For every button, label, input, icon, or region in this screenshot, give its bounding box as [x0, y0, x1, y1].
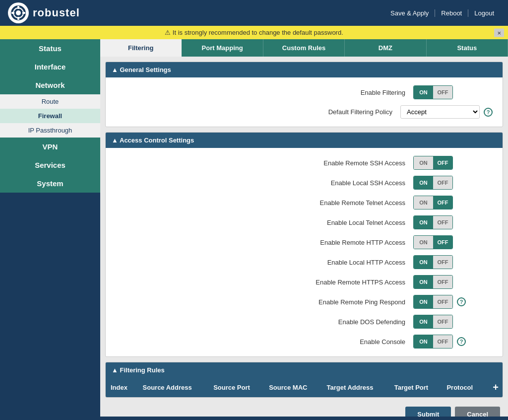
filtering-rules-table: Index Source Address Source Port Source … [106, 378, 503, 397]
remote-telnet-toggle[interactable]: ON OFF [413, 196, 453, 210]
local-ssh-row: Enable Local SSH Access ON OFF [106, 173, 503, 193]
enable-console-toggle[interactable]: ON OFF [413, 335, 453, 349]
sidebar: Status Interface Network Route Firewall … [0, 39, 100, 417]
default-policy-label: Default Filtering Policy [328, 108, 392, 116]
col-target-address: Target Address [322, 378, 389, 397]
sidebar-item-route[interactable]: Route [0, 94, 100, 109]
submit-button[interactable]: Submit [405, 407, 451, 417]
warning-text: ⚠ It is strongly recommended to change t… [165, 29, 343, 36]
tab-filtering[interactable]: Filtering [100, 39, 182, 57]
sidebar-item-services[interactable]: Services [0, 156, 100, 174]
filtering-rules-section: ▲ Filtering Rules Index Source Address S… [105, 362, 503, 398]
toggle-on: ON [414, 335, 433, 348]
col-protocol: Protocol [442, 378, 485, 397]
remote-https-toggle[interactable]: ON OFF [413, 275, 453, 289]
sidebar-item-network[interactable]: Network [0, 76, 100, 94]
local-ssh-control: ON OFF [413, 176, 493, 190]
sidebar-item-system[interactable]: System [0, 174, 100, 193]
col-source-mac: Source MAC [264, 378, 321, 397]
remote-http-row: Enable Remote HTTP Access ON OFF [106, 232, 503, 252]
logo-icon [8, 2, 29, 23]
col-add: + [485, 378, 503, 397]
toggle-off: OFF [433, 335, 452, 348]
tab-dmz[interactable]: DMZ [345, 39, 426, 57]
warning-banner: ⚠ It is strongly recommended to change t… [0, 26, 508, 39]
sidebar-item-status[interactable]: Status [0, 39, 100, 58]
local-telnet-toggle[interactable]: ON OFF [413, 215, 453, 229]
toggle-off: OFF [433, 216, 452, 229]
toggle-off: OFF [433, 256, 452, 269]
bottom-bar: Submit Cancel [100, 403, 508, 417]
enable-console-row: Enable Console ON OFF ? [106, 332, 503, 351]
sidebar-item-firewall[interactable]: Firewall [0, 109, 100, 123]
remote-ping-help-icon[interactable]: ? [457, 297, 466, 306]
remote-http-toggle[interactable]: ON OFF [413, 235, 453, 249]
general-settings-header: ▲ General Settings [106, 62, 503, 77]
remote-https-row: Enable Remote HTTPS Access ON OFF [106, 272, 503, 292]
warning-close[interactable]: × [494, 28, 504, 37]
toggle-on: ON [414, 315, 433, 328]
remote-ssh-toggle[interactable]: ON OFF [413, 156, 453, 170]
reboot-link[interactable]: Reboot [435, 9, 468, 17]
svg-rect-4 [22, 12, 25, 14]
save-apply-link[interactable]: Save & Apply [384, 9, 435, 17]
cancel-button[interactable]: Cancel [455, 407, 500, 417]
tab-port-mapping[interactable]: Port Mapping [182, 39, 263, 57]
dos-defending-toggle[interactable]: ON OFF [413, 315, 453, 329]
svg-rect-5 [17, 17, 19, 20]
logo-text: robustel [33, 6, 80, 19]
toggle-on: ON [414, 236, 433, 249]
toggle-off: OFF [433, 295, 452, 308]
local-ssh-label: Enable Local SSH Access [331, 179, 405, 187]
header: robustel Save & Apply Reboot Logout [0, 0, 508, 26]
access-control-body: Enable Remote SSH Access ON OFF Enable L… [106, 148, 503, 356]
toggle-off: OFF [433, 236, 452, 249]
local-telnet-control: ON OFF [413, 215, 493, 229]
enable-filtering-label: Enable Filtering [361, 89, 405, 96]
dos-defending-control: ON OFF [413, 315, 493, 329]
toggle-off: OFF [433, 315, 452, 328]
add-rule-button[interactable]: + [493, 382, 499, 393]
logo: robustel [8, 2, 80, 23]
col-source-address: Source Address [138, 378, 209, 397]
toggle-off: OFF [433, 276, 452, 288]
sidebar-item-interface[interactable]: Interface [0, 58, 100, 76]
enable-filtering-toggle[interactable]: ON OFF [413, 85, 453, 99]
remote-http-control: ON OFF [413, 235, 493, 249]
remote-ssh-control: ON OFF [413, 156, 493, 170]
svg-rect-6 [11, 12, 14, 14]
toggle-off: OFF [433, 176, 452, 189]
remote-ssh-row: Enable Remote SSH Access ON OFF [106, 153, 503, 173]
dos-defending-label: Enable DOS Defending [338, 318, 405, 326]
filtering-rules-header: ▲ Filtering Rules [106, 362, 503, 378]
local-http-label: Enable Local HTTP Access [327, 259, 405, 266]
toggle-on: ON [414, 295, 433, 308]
local-http-row: Enable Local HTTP Access ON OFF [106, 252, 503, 272]
default-policy-select[interactable]: Accept Drop [400, 105, 480, 119]
local-ssh-toggle[interactable]: ON OFF [413, 176, 453, 190]
remote-ping-control: ON OFF ? [413, 295, 493, 309]
col-index: Index [106, 378, 138, 397]
enable-console-control: ON OFF ? [413, 335, 493, 349]
remote-ping-toggle[interactable]: ON OFF [413, 295, 453, 309]
tab-status[interactable]: Status [427, 39, 508, 57]
default-policy-control: Accept Drop ? [400, 105, 493, 119]
toggle-on: ON [414, 256, 433, 269]
local-http-toggle[interactable]: ON OFF [413, 255, 453, 269]
toggle-on: ON [414, 156, 433, 169]
table-header-row: Index Source Address Source Port Source … [106, 378, 503, 397]
main-content: Filtering Port Mapping Custom Rules DMZ … [100, 39, 508, 417]
toggle-on: ON [414, 86, 433, 99]
footer: Copyright © 2017 Robustel Technologies. … [0, 417, 508, 420]
general-settings-section: ▲ General Settings Enable Filtering ON O… [105, 62, 503, 127]
logout-link[interactable]: Logout [468, 9, 500, 17]
enable-filtering-control: ON OFF [413, 85, 493, 99]
toggle-on: ON [414, 276, 433, 288]
tab-custom-rules[interactable]: Custom Rules [263, 39, 345, 57]
default-policy-help-icon[interactable]: ? [484, 108, 493, 117]
remote-telnet-control: ON OFF [413, 196, 493, 210]
sidebar-item-ip-passthrough[interactable]: IP Passthrough [0, 123, 100, 138]
sidebar-item-vpn[interactable]: VPN [0, 138, 100, 156]
remote-telnet-row: Enable Remote Telnet Access ON OFF [106, 193, 503, 212]
enable-console-help-icon[interactable]: ? [457, 337, 466, 346]
